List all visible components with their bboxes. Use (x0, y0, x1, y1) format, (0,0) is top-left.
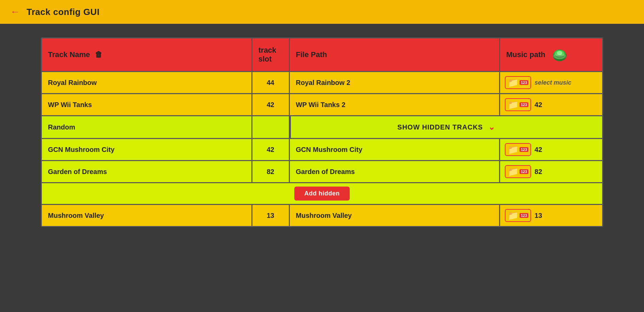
file-path-value: WP Wii Tanks 2 (296, 101, 346, 109)
track-slot-value: 13 (267, 212, 274, 220)
table-row: GCN Mushroom City 42 GCN Mushroom City 📁… (42, 139, 602, 161)
track-slot-cell: 42 (252, 94, 290, 115)
file-path-cell: WP Wii Tanks 2 (290, 94, 500, 115)
track-name-value: GCN Mushroom City (48, 146, 115, 154)
file-path-cell: GCN Mushroom City (290, 139, 500, 160)
track-slot-cell: 13 (252, 205, 290, 226)
folder-browse-button[interactable]: 📁 123 (505, 165, 531, 178)
random-track-name: Random (42, 116, 252, 138)
badge-123: 123 (519, 213, 528, 218)
random-slot-cell (252, 116, 290, 138)
folder-browse-button[interactable]: 📁 123 (505, 209, 531, 222)
track-name-cell: Garden of Dreams (42, 161, 252, 182)
track-name-value: Garden of Dreams (48, 168, 107, 176)
file-path-cell: Garden of Dreams (290, 161, 500, 182)
music-value: 42 (534, 146, 542, 154)
show-hidden-label: SHOW HIDDEN TRACKS (397, 123, 483, 131)
folder-browse-button[interactable]: 📁 123 (505, 143, 531, 156)
track-name-value: Mushroom Valley (48, 212, 104, 220)
file-path-header: File Path (296, 50, 327, 59)
add-hidden-row: Add hidden (42, 183, 602, 205)
music-path-cell: 📁 123 82 (500, 161, 602, 182)
track-slot-value: 82 (267, 168, 274, 176)
music-path-cell: 📁 123 13 (500, 205, 602, 226)
badge-123: 123 (519, 147, 528, 152)
random-label: Random (48, 123, 75, 131)
music-value: 82 (534, 168, 542, 176)
table-row: Garden of Dreams 82 Garden of Dreams 📁 1… (42, 161, 602, 183)
music-path-header: Music path (506, 50, 545, 59)
music-path-cell: 📁 123 42 (500, 139, 602, 160)
back-button[interactable]: ← (10, 7, 20, 17)
table-row: Mushroom Valley 13 Mushroom Valley 📁 123… (42, 205, 602, 226)
folder-icon: 📁 (508, 100, 518, 109)
folder-icon: 📁 (508, 167, 518, 176)
track-slot-value: 42 (267, 101, 274, 109)
svg-point-4 (553, 54, 566, 59)
table-row: Royal Rainbow 44 Royal Rainbow 2 📁 123 s… (42, 72, 602, 94)
music-value: 42 (534, 101, 542, 109)
track-slot-cell: 82 (252, 161, 290, 182)
music-value: 13 (534, 212, 542, 220)
table-row: WP Wii Tanks 42 WP Wii Tanks 2 📁 123 42 (42, 94, 602, 116)
track-slot-header: track slot (259, 46, 283, 64)
badge-123: 123 (519, 80, 528, 85)
helmet-icon (550, 45, 569, 64)
table-header-row: Track Name 🗑 track slot File Path Music … (42, 38, 602, 72)
music-path-cell: 📁 123 42 (500, 94, 602, 115)
delete-icon[interactable]: 🗑 (95, 50, 102, 59)
col-track-slot: track slot (252, 38, 290, 71)
col-file-path: File Path (290, 38, 500, 71)
music-path-cell: 📁 123 select music (500, 72, 602, 93)
track-name-cell: Royal Rainbow (42, 72, 252, 93)
folder-browse-button[interactable]: 📁 123 (505, 76, 531, 89)
track-name-header: Track Name (48, 50, 90, 59)
track-slot-cell: 44 (252, 72, 290, 93)
folder-icon: 📁 (508, 145, 518, 154)
folder-icon: 📁 (508, 78, 518, 87)
track-name-cell: WP Wii Tanks (42, 94, 252, 115)
track-name-value: WP Wii Tanks (48, 101, 92, 109)
file-path-value: Mushroom Valley (296, 212, 352, 220)
col-music-path: Music path (500, 38, 602, 71)
folder-browse-button[interactable]: 📁 123 (505, 98, 531, 111)
track-name-cell: GCN Mushroom City (42, 139, 252, 160)
file-path-cell: Royal Rainbow 2 (290, 72, 500, 93)
app-header: ← Track config GUI (0, 0, 644, 24)
music-value: select music (534, 79, 571, 86)
show-hidden-button[interactable]: SHOW HIDDEN TRACKS ⌄ (290, 116, 602, 138)
file-path-value: Garden of Dreams (296, 168, 355, 176)
chevron-down-icon: ⌄ (488, 122, 495, 132)
track-name-cell: Mushroom Valley (42, 205, 252, 226)
folder-icon: 📁 (508, 211, 518, 220)
track-slot-value: 42 (267, 146, 274, 154)
file-path-value: Royal Rainbow 2 (296, 79, 350, 87)
track-slot-cell: 42 (252, 139, 290, 160)
add-hidden-button[interactable]: Add hidden (294, 187, 350, 201)
page-title: Track config GUI (27, 7, 100, 17)
file-path-value: GCN Mushroom City (296, 146, 363, 154)
main-content: Track Name 🗑 track slot File Path Music … (0, 24, 644, 241)
track-table: Track Name 🗑 track slot File Path Music … (41, 37, 603, 227)
track-name-value: Royal Rainbow (48, 79, 97, 87)
col-track-name: Track Name 🗑 (42, 38, 252, 71)
badge-123: 123 (519, 102, 528, 107)
random-row: Random SHOW HIDDEN TRACKS ⌄ (42, 116, 602, 139)
file-path-cell: Mushroom Valley (290, 205, 500, 226)
track-slot-value: 44 (267, 79, 274, 87)
badge-123: 123 (519, 169, 528, 174)
